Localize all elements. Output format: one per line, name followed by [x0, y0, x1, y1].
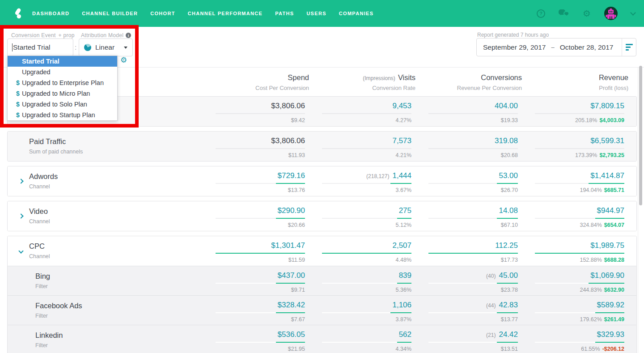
- metric-value[interactable]: $6,599.31: [590, 136, 624, 145]
- metric-value[interactable]: $729.16: [278, 171, 305, 180]
- sort-filter-icon[interactable]: [622, 38, 636, 56]
- metric-value[interactable]: $1,069.90: [590, 271, 624, 280]
- table-row-facebook-ads[interactable]: Facebook AdsFilter$328.42$7.671,1063.87%…: [8, 295, 636, 325]
- metric-cell[interactable]: $536.05$21.95: [199, 325, 305, 353]
- metric-cell[interactable]: $1,301.47$11.59: [199, 236, 305, 266]
- metric-value[interactable]: 9,453: [392, 102, 411, 110]
- metric-value[interactable]: 45.00: [499, 271, 518, 280]
- dropdown-item-upgraded-to-micro-plan[interactable]: $Upgraded to Micro Plan: [8, 88, 117, 99]
- nav-item-paths[interactable]: PATHS: [275, 11, 294, 16]
- metric-cell[interactable]: (21)24.42$13.51: [411, 325, 518, 353]
- help-icon[interactable]: ?: [537, 9, 545, 18]
- nav-item-channel-builder[interactable]: CHANNEL BUILDER: [82, 11, 138, 16]
- metric-cell[interactable]: $437.00$9.71: [199, 266, 305, 295]
- metric-cell[interactable]: 1,1063.87%: [305, 296, 411, 325]
- add-prop-link[interactable]: + prop: [59, 32, 75, 38]
- app-logo[interactable]: [11, 7, 24, 20]
- date-range-picker[interactable]: September 29, 2017 – October 28, 2017: [476, 38, 636, 56]
- metric-cell[interactable]: $589.92179.62%$261.49: [518, 296, 624, 325]
- metric-value[interactable]: $1,301.47: [271, 241, 305, 250]
- dropdown-item-upgraded-to-solo-plan[interactable]: $Upgraded to Solo Plan: [8, 99, 117, 110]
- metric-cell[interactable]: (40)45.00$23.78: [411, 266, 518, 295]
- metric-value[interactable]: 1,444: [392, 171, 411, 180]
- metric-value[interactable]: 275: [399, 206, 411, 215]
- nav-item-cohort[interactable]: COHORT: [150, 11, 175, 16]
- metric-value[interactable]: 562: [399, 330, 411, 339]
- conversion-event-input[interactable]: Started Trial: [7, 38, 73, 56]
- metric-cell[interactable]: 7,5734.21%: [305, 132, 411, 161]
- dropdown-item-label: Started Trial: [22, 58, 59, 65]
- metric-subline: 4.21%: [305, 152, 411, 158]
- metric-value[interactable]: 53.00: [499, 171, 518, 180]
- table-row-paid-traffic[interactable]: Paid TrafficSum of paid channels$3,806.0…: [8, 132, 636, 161]
- metric-cell[interactable]: 9,4534.27%: [305, 97, 411, 126]
- table-row-adwords[interactable]: AdwordsChannel$729.16$13.76(218,127)1,44…: [8, 166, 636, 196]
- metric-cell[interactable]: 8395.36%: [305, 266, 411, 295]
- nav-item-dashboard[interactable]: DASHBOARD: [32, 11, 69, 16]
- nav-item-companies[interactable]: COMPANIES: [339, 11, 374, 16]
- metric-value[interactable]: 112.25: [495, 241, 518, 250]
- metric-cell[interactable]: 2755.12%: [305, 201, 411, 231]
- metric-value[interactable]: 404.00: [495, 102, 518, 110]
- metric-cell[interactable]: 404.00$19.33: [411, 97, 518, 126]
- metric-cell[interactable]: $1,069.90244.83%$632.90: [518, 266, 624, 295]
- info-icon[interactable]: i: [126, 33, 131, 38]
- dropdown-item-started-trial[interactable]: Started Trial: [8, 56, 117, 67]
- metric-cell[interactable]: 2,5074.48%: [305, 236, 411, 266]
- metric-cell[interactable]: $1,414.87194.04%$685.71: [518, 166, 624, 196]
- metric-value[interactable]: $1,989.75: [590, 241, 624, 250]
- metric-value[interactable]: $328.42: [278, 301, 305, 309]
- metric-cell[interactable]: $329.9361.55%-$206.12: [518, 325, 624, 353]
- metric-value[interactable]: $536.05: [278, 330, 305, 339]
- dropdown-item-upgraded[interactable]: Upgraded: [8, 67, 117, 77]
- metric-cell[interactable]: (218,127)1,4443.67%: [305, 166, 411, 196]
- metric-cell[interactable]: 319.08$20.68: [411, 132, 518, 161]
- chevron-down-icon[interactable]: [630, 10, 636, 16]
- metric-value[interactable]: 14.08: [499, 206, 518, 215]
- metric-cell[interactable]: 112.25$17.73: [411, 236, 518, 266]
- metric-cell[interactable]: 5624.34%: [305, 325, 411, 353]
- table-row-bing[interactable]: BingFilter$437.00$9.718395.36%(40)45.00$…: [8, 266, 636, 295]
- metric-cell[interactable]: $290.90$20.66: [199, 201, 305, 231]
- metric-value[interactable]: $944.97: [597, 206, 624, 215]
- event-settings-gear-icon[interactable]: ⚙: [120, 55, 127, 64]
- metric-value[interactable]: 42.83: [499, 301, 518, 309]
- metric-value[interactable]: 1,106: [392, 301, 411, 309]
- chat-icon[interactable]: [559, 9, 569, 18]
- metric-value[interactable]: 7,573: [392, 136, 411, 145]
- dropdown-item-upgraded-to-enterprise-plan[interactable]: $Upgraded to Enterprise Plan: [8, 77, 117, 88]
- separator-colon: :: [75, 43, 76, 51]
- metric-value[interactable]: $1,414.87: [590, 171, 624, 180]
- metric-value[interactable]: 319.08: [495, 136, 518, 145]
- metric-value[interactable]: 2,507: [392, 241, 411, 250]
- metric-cell[interactable]: $944.97324.84%$654.07: [518, 201, 624, 231]
- nav-item-channel-performance[interactable]: CHANNEL PERFORMANCE: [188, 11, 263, 16]
- metric-cell[interactable]: $6,599.31173.39%$2,793.25: [518, 132, 624, 161]
- metric-value[interactable]: $329.93: [597, 330, 624, 339]
- nav-item-users[interactable]: USERS: [306, 11, 326, 16]
- metric-cell[interactable]: 14.08$67.10: [411, 201, 518, 231]
- metric-cell[interactable]: $729.16$13.76: [199, 166, 305, 196]
- table-row-linkedin[interactable]: LinkedinFilter$536.05$21.955624.34%(21)2…: [8, 325, 636, 353]
- metric-value[interactable]: 839: [399, 271, 411, 280]
- table-row-cpc[interactable]: CPCChannel$1,301.47$11.592,5074.48%112.2…: [8, 236, 636, 266]
- avatar[interactable]: [604, 7, 618, 20]
- metric-cell[interactable]: $7,809.15205.18%$4,003.09: [518, 97, 624, 126]
- metric-value[interactable]: $589.92: [597, 301, 624, 309]
- column-header-sub: Cost Per Conversion: [203, 85, 309, 91]
- dropdown-item-upgraded-to-startup-plan[interactable]: $Upgraded to Startup Plan: [8, 110, 117, 120]
- metric-value[interactable]: $290.90: [278, 206, 305, 215]
- table-row-video[interactable]: VideoChannel$290.90$20.662755.12%14.08$6…: [8, 201, 636, 231]
- metric-sub-value: $23.78: [501, 287, 518, 293]
- scrollbar-thumb[interactable]: [639, 66, 642, 205]
- metric-rule: [322, 113, 411, 114]
- metric-cell[interactable]: $328.42$7.67: [199, 296, 305, 325]
- settings-gear-icon[interactable]: ⚙: [583, 9, 591, 18]
- metric-cell[interactable]: 53.00$26.70: [411, 166, 518, 196]
- attribution-model-select[interactable]: Linear: [79, 38, 133, 56]
- metric-value[interactable]: 24.42: [499, 330, 518, 339]
- metric-cell[interactable]: (44)42.83$13.77: [411, 296, 518, 325]
- metric-value[interactable]: $7,809.15: [590, 102, 624, 110]
- metric-value[interactable]: $437.00: [278, 271, 305, 280]
- metric-cell[interactable]: $1,989.75152.88%$688.28: [518, 236, 624, 266]
